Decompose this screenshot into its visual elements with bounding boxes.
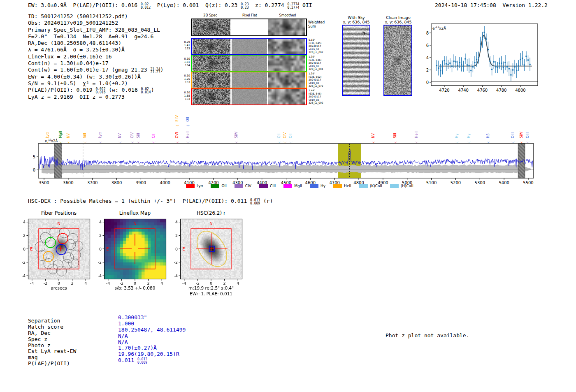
legend-label: MgII: [294, 184, 302, 188]
svg-text:6: 6: [426, 43, 429, 48]
spectral-line-label: OII: [186, 117, 190, 122]
spectral-line-label: SiIV: [519, 132, 523, 138]
info-line: LineFlux = 2.00(±0.16)e-16: [28, 53, 163, 60]
svg-text:0: 0: [33, 168, 35, 172]
fiber-positions-map: [18, 216, 94, 286]
svg-text:4720: 4720: [439, 88, 449, 93]
legend-item: (H)CaII: [390, 184, 413, 188]
stacked-fraction: 0.020.012: [141, 3, 151, 9]
legend-label: Lyα: [197, 184, 203, 188]
cutout-col-header-pixel-flat: Pixel Flat: [233, 14, 266, 17]
text-segment: N/A: [118, 339, 128, 345]
hsc-map-xlabel2: EWr: 1. PLAE: 0.011: [172, 291, 250, 296]
svg-text:{: {: [394, 141, 397, 143]
svg-text:{: {: [186, 125, 190, 127]
with-sky-title: With Skyx, y: 636, 845: [340, 15, 373, 24]
spectral-line-label: Hβ: [486, 133, 490, 138]
match-row-value: N/A: [118, 339, 186, 345]
info-line: λ = 4761.66Å σ = 3.25(±0.30)Å: [28, 46, 163, 53]
text-segment: S/N = 9.1(±0.5) χ² = 1.0(±0.2): [28, 80, 128, 86]
text-segment: Cont(n) = 1.30(±0.04)e-17: [28, 60, 109, 66]
hsc-match-line: HSC-DEX : Possible Matches = 1 (within +…: [28, 198, 273, 205]
info-line: Cont(w) = 1.60(±0.01)e-17 (gmag 21.23 21…: [28, 67, 163, 73]
match-row-label: P(LAE)/P(OII): [28, 360, 76, 366]
info-line: Obs: 20240117v019_5001241252: [28, 20, 163, 26]
text-segment: z: 0.2774: [249, 2, 287, 8]
cutout-col-header-smoothed: Smoothed: [271, 14, 304, 17]
legend-label: Hγ: [321, 184, 325, 188]
hsc-map-title: HSC(26.2) r: [180, 210, 242, 216]
match-row-value: 0.011 0.0130.009: [118, 357, 186, 363]
svg-text:{: {: [526, 141, 530, 143]
text-segment: P(LAE)/P(OII): 0.019: [28, 87, 95, 93]
info-line: RA,Dec (180.250580,48.611443): [28, 40, 163, 46]
lineflux-map-xlabel: s/b: 3.53 +/- 0.080: [96, 285, 174, 290]
spectral-line-label: Hγ: [455, 134, 459, 138]
text-segment: LyA z = 2.9169 OII z = 0.2773: [28, 94, 125, 100]
legend-swatch: [235, 184, 243, 188]
svg-text:{: {: [67, 141, 70, 143]
spectral-line-label: NV: [66, 133, 70, 138]
info-line: S/N = 9.1(±0.5) χ² = 1.0(±0.2): [28, 80, 163, 87]
legend-item: OII: [211, 184, 226, 188]
text-segment: ID: 5001241252 (5001241252.pdf): [28, 13, 128, 19]
text-segment: LineFlux = 2.00(±0.16)e-16: [28, 53, 112, 60]
photz-note: Phot z plot not available.: [386, 332, 469, 339]
header-datetime: 2024-10-18 17:45:08: [435, 2, 496, 8]
legend-swatch: [333, 184, 342, 188]
svg-text:{: {: [278, 141, 281, 143]
svg-text:x2Å: x2Å: [439, 26, 446, 30]
line-fit-plot: 0246847204740476047804800e-17x2Å: [426, 21, 545, 94]
legend-swatch: [186, 184, 195, 188]
text-segment: OII: [299, 2, 312, 8]
svg-text:{: {: [176, 141, 179, 143]
stacked-fraction: 0.0130.009: [137, 358, 147, 364]
spectral-line-label: SiII: [393, 133, 397, 138]
info-line: Primary Spec_Slot_IFU_AMP: 328_083_048_L…: [28, 27, 163, 33]
match-row-value: 180.250487, 48.611499: [118, 327, 186, 333]
report-timestamp: 2024-10-18 17:45:08 Version 1.22.2: [435, 2, 548, 8]
match-row-value: 1.70(±0.27)Å: [118, 345, 186, 351]
cutout-row-left-stats: 0.101.88133: [182, 91, 190, 101]
match-row-value: 0.300033": [118, 314, 186, 320]
svg-text:{: {: [176, 125, 179, 127]
legend-swatch: [390, 184, 399, 188]
svg-text:{: {: [467, 141, 471, 143]
text-segment: 180.250487, 48.611499: [118, 327, 186, 333]
svg-text:4800: 4800: [515, 88, 525, 93]
svg-text:3500: 3500: [39, 181, 49, 185]
cutout-row-left-stats: 0.101.25153: [182, 74, 190, 84]
svg-text:{: {: [46, 141, 49, 143]
text-segment: ): [151, 87, 154, 93]
spectral-line-label: OII: [277, 133, 281, 138]
spectral-line-label: OII: [288, 133, 293, 138]
svg-text:{: {: [289, 141, 293, 143]
cutout-col-header-2d-spec: 2D Spec: [194, 14, 227, 17]
cutout-row: [191, 88, 307, 105]
text-segment: P(Lyα): 0.001 Q(z): 0.23: [151, 2, 241, 8]
info-line: Cont(n) = 1.30(±0.04)e-17: [28, 60, 163, 67]
svg-text:4000: 4000: [160, 181, 170, 185]
text-segment: 0.011: [118, 357, 137, 363]
legend-label: CIV: [245, 184, 251, 188]
svg-text:{: {: [99, 141, 102, 143]
stacked-fraction: 0.27740.2774: [287, 3, 299, 9]
svg-text:5400: 5400: [499, 181, 509, 185]
svg-text:5200: 5200: [451, 181, 461, 185]
text-segment: (r): [260, 198, 273, 204]
svg-text:5500: 5500: [523, 181, 533, 185]
weighted-sum-label: WeightedSum: [308, 20, 325, 28]
cutout-row: [191, 55, 307, 72]
text-segment: HSC-DEX : Possible Matches = 1 (within +…: [28, 198, 250, 204]
svg-text:{: {: [235, 141, 238, 143]
legend-item: Lyα: [186, 184, 203, 188]
legend-item: MgII: [283, 184, 302, 188]
cutout-row-annotation: 0.15"(636, 845)20240117v019_03328_LL_092: [309, 38, 332, 54]
svg-text:{: {: [283, 141, 287, 143]
spectrum-legend: LyαOIICIVCIIIMgIIHγHeII(K)CaII(H)CaII: [186, 184, 413, 188]
svg-text:8: 8: [426, 31, 429, 35]
spectral-line-label: SiII: [136, 133, 140, 138]
svg-text:{: {: [137, 141, 140, 143]
info-line: LyA z = 2.9169 OII z = 0.2773: [28, 94, 163, 100]
text-segment: (w: 0.016: [105, 87, 141, 93]
